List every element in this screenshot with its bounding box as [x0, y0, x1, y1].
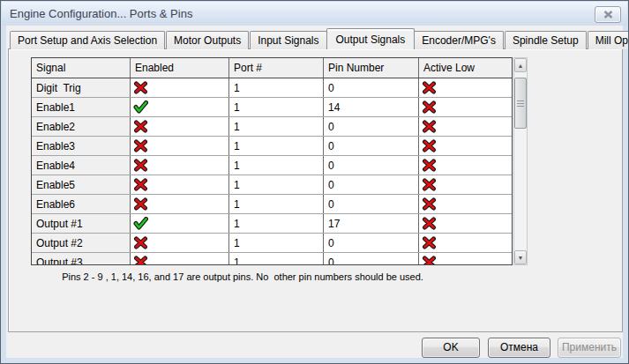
port-cell[interactable]: 1 [229, 234, 324, 252]
cross-icon [133, 256, 148, 265]
cross-icon [133, 197, 148, 211]
tab-mill-options[interactable]: Mill Options [588, 31, 629, 49]
check-icon [133, 217, 148, 230]
apply-button[interactable]: Применить [558, 338, 621, 358]
pins-note: Pins 2 - 9 , 1, 14, 16, and 17 are outpu… [1, 271, 484, 282]
table-row: Digit Trig10 [32, 78, 512, 98]
port-cell[interactable]: 1 [229, 156, 324, 175]
tab-output-signals[interactable]: Output Signals [326, 28, 416, 49]
cross-icon [422, 256, 437, 265]
scroll-down-arrow-icon: ▼ [518, 255, 524, 261]
engine-configuration-dialog: Engine Configuration... Ports & Pins Por… [0, 0, 629, 364]
cross-icon [422, 81, 437, 94]
enabled-cell[interactable] [131, 214, 229, 233]
tab-strip: Port Setup and Axis SelectionMotor Outpu… [10, 28, 629, 49]
enabled-cell[interactable] [131, 78, 229, 97]
cross-icon [133, 81, 148, 94]
enabled-cell[interactable] [131, 234, 229, 252]
port-cell[interactable]: 1 [229, 117, 324, 136]
enabled-cell[interactable] [131, 175, 229, 194]
check-icon [133, 100, 148, 114]
active-low-cell[interactable] [419, 78, 512, 97]
port-cell[interactable]: 1 [229, 175, 324, 194]
close-icon [603, 11, 613, 19]
signal-cell: Output #2 [32, 234, 131, 252]
signal-cell: Enable5 [32, 175, 131, 194]
cross-icon [133, 120, 148, 133]
enabled-cell[interactable] [131, 195, 229, 213]
column-header-enabled: Enabled [131, 58, 229, 78]
scrollbar-thumb[interactable] [514, 78, 527, 129]
cross-icon [422, 139, 437, 152]
port-cell[interactable]: 1 [229, 214, 324, 233]
pin-number-cell[interactable]: 0 [324, 253, 419, 265]
table-row: Enable610 [32, 195, 512, 214]
active-low-cell[interactable] [419, 98, 512, 116]
cross-icon [422, 217, 437, 230]
enabled-cell[interactable] [131, 98, 229, 116]
signal-cell: Enable4 [32, 156, 131, 175]
scroll-up-arrow-icon: ▲ [518, 63, 524, 69]
tab-motor-outputs[interactable]: Motor Outputs [166, 31, 249, 49]
signal-cell: Enable2 [32, 117, 131, 136]
active-low-cell[interactable] [419, 156, 512, 175]
close-button[interactable] [595, 6, 621, 23]
cancel-button[interactable]: Отмена [488, 338, 550, 358]
column-header-active-low: Active Low [419, 58, 512, 78]
port-cell[interactable]: 1 [229, 137, 324, 155]
table-row: Enable510 [32, 175, 512, 195]
table-row: Output #310 [32, 253, 512, 265]
signal-cell: Output #3 [32, 253, 131, 265]
table-row: Enable410 [32, 156, 512, 175]
port-cell[interactable]: 1 [229, 253, 324, 265]
active-low-cell[interactable] [419, 117, 512, 136]
tab-encoder-mpg-s[interactable]: Encoder/MPG's [414, 31, 504, 49]
pin-number-cell[interactable]: 14 [324, 98, 419, 116]
enabled-cell[interactable] [131, 156, 229, 175]
active-low-cell[interactable] [419, 234, 512, 252]
active-low-cell[interactable] [419, 195, 512, 213]
port-cell[interactable]: 1 [229, 195, 324, 213]
pin-number-cell[interactable]: 0 [324, 117, 419, 136]
enabled-cell[interactable] [131, 137, 229, 155]
cross-icon [422, 197, 437, 211]
cross-icon [422, 100, 437, 114]
pin-number-cell[interactable]: 17 [324, 214, 419, 233]
enabled-cell[interactable] [131, 253, 229, 265]
cross-icon [133, 236, 148, 249]
port-cell[interactable]: 1 [229, 98, 324, 116]
column-header-port: Port # [229, 58, 324, 78]
table-row: Enable1114 [32, 98, 512, 117]
pin-number-cell[interactable]: 0 [324, 195, 419, 213]
table-header-row: SignalEnabledPort #Pin NumberActive Low [32, 58, 512, 78]
port-cell[interactable]: 1 [229, 78, 324, 97]
active-low-cell[interactable] [419, 253, 512, 265]
signal-cell: Output #1 [32, 214, 131, 233]
tab-spindle-setup[interactable]: Spindle Setup [505, 31, 587, 49]
cross-icon [422, 236, 437, 249]
title-bar[interactable]: Engine Configuration... Ports & Pins [2, 2, 627, 26]
tab-input-signals[interactable]: Input Signals [250, 31, 326, 49]
tab-port-setup-and-axis-selection[interactable]: Port Setup and Axis Selection [10, 31, 165, 49]
enabled-cell[interactable] [131, 117, 229, 136]
table-row: Enable310 [32, 137, 512, 156]
table-row: Enable210 [32, 117, 512, 137]
pin-number-cell[interactable]: 0 [324, 175, 419, 194]
active-low-cell[interactable] [419, 137, 512, 155]
pin-number-cell[interactable]: 0 [324, 156, 419, 175]
table-row: Output #210 [32, 234, 512, 253]
active-low-cell[interactable] [419, 175, 512, 194]
vertical-scrollbar[interactable]: ▲ ▼ [513, 57, 528, 265]
scrollbar-down-button[interactable]: ▼ [514, 250, 527, 264]
ok-button[interactable]: OK [422, 338, 480, 358]
pin-number-cell[interactable]: 0 [324, 78, 419, 97]
cross-icon [422, 120, 437, 133]
scrollbar-grip-icon [517, 100, 524, 107]
pin-number-cell[interactable]: 0 [324, 137, 419, 155]
scrollbar-track[interactable] [514, 72, 527, 250]
signal-cell: Enable6 [32, 195, 131, 213]
cross-icon [133, 178, 148, 191]
active-low-cell[interactable] [419, 214, 512, 233]
pin-number-cell[interactable]: 0 [324, 234, 419, 252]
scrollbar-up-button[interactable]: ▲ [514, 58, 527, 72]
